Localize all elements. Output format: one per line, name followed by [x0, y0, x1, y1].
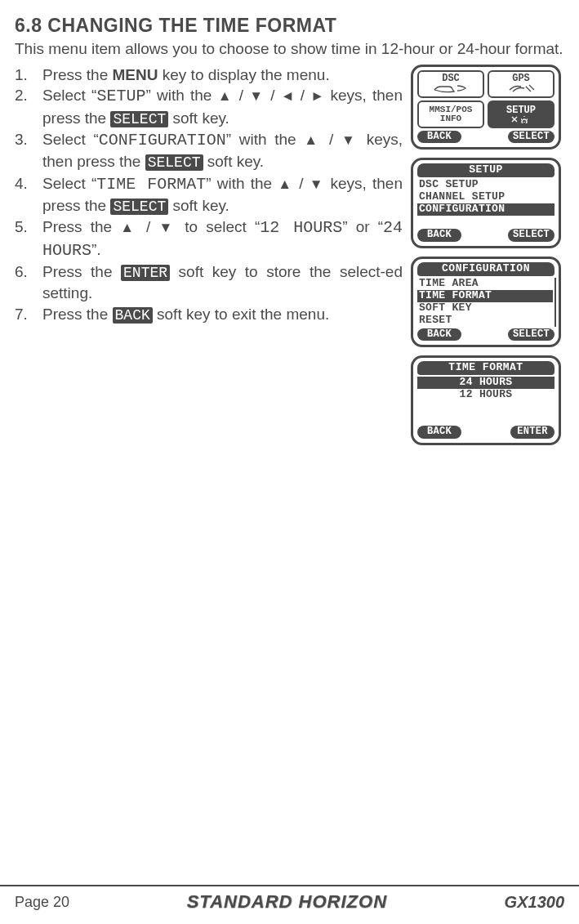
softkey-select: SELECT	[508, 328, 555, 341]
menu-item-reset: RESET	[417, 315, 553, 327]
screen-configuration: CONFIGURATION TIME AREA TIME FORMAT SOFT…	[411, 257, 561, 347]
step: 6.Press the ENTER soft key to store the …	[15, 261, 403, 304]
step: 5.Press the ▲ / ▼ to select “12 HOURS” o…	[15, 216, 403, 261]
tile-dsc: DSC	[417, 70, 484, 98]
softkey-inline: SELECT	[145, 154, 203, 171]
menu-key: MENU	[113, 66, 158, 83]
step-body: Select “SETUP” with the ▲ / ▼ / ◄ / ► ke…	[42, 85, 403, 129]
mono-text: CONFIGURATION	[99, 131, 226, 150]
softkey-inline: SELECT	[110, 199, 168, 215]
screen-title: CONFIGURATION	[417, 262, 555, 276]
step-body: Press the ▲ / ▼ to select “12 HOURS” or …	[42, 216, 403, 261]
menu-item-time-area: TIME AREA	[417, 278, 553, 290]
tile-setup-label: SETUP	[506, 105, 536, 115]
arrow-icon: ▼	[158, 220, 176, 235]
step: 1.Press the MENU key to display the menu…	[15, 65, 403, 86]
softkey-back: BACK	[417, 426, 461, 439]
menu-item-time-format: TIME FORMAT	[417, 290, 553, 302]
screen-time-format: TIME FORMAT 24 HOURS 12 HOURS BACK ENTER	[411, 355, 561, 445]
step-number: 7.	[15, 304, 42, 325]
arrow-icon: ▲	[304, 132, 321, 148]
softkey-back: BACK	[417, 328, 461, 341]
arrow-icon: ▲	[218, 88, 234, 104]
option-12-hours: 12 HOURS	[417, 389, 555, 401]
step-number: 1.	[15, 65, 42, 86]
arrow-icon: ◄	[281, 88, 295, 104]
page-footer: Page 20 STANDARD HORIZON GX1300	[0, 885, 579, 924]
tile-mmsi-line1: MMSI/POS	[430, 105, 473, 114]
step-body: Press the ENTER soft key to store the se…	[42, 261, 403, 304]
softkey-back: BACK	[417, 131, 461, 144]
model-number: GX1300	[505, 893, 564, 912]
intro-text: This menu item allows you to choose to s…	[15, 38, 564, 60]
step-body: Press the MENU key to display the menu.	[42, 65, 403, 86]
page-number: Page 20	[15, 894, 69, 911]
screens-column: DSC GPS MMSI/POS INFO	[411, 65, 564, 445]
step-number: 4.	[15, 173, 42, 217]
arrow-icon: ▲	[278, 176, 293, 192]
screen-main-menu: DSC GPS MMSI/POS INFO	[411, 65, 561, 150]
step-number: 3.	[15, 129, 42, 173]
softkey-inline: BACK	[113, 307, 153, 324]
dsc-ship-icon	[433, 83, 469, 95]
step-number: 6.	[15, 261, 42, 304]
screen-setup: SETUP DSC SETUP CHANNEL SETUP CONFIGURAT…	[411, 158, 561, 248]
tile-gps-label: GPS	[512, 74, 530, 83]
softkey-inline: ENTER	[121, 265, 170, 281]
arrow-icon: ▼	[341, 132, 359, 148]
step-number: 5.	[15, 216, 42, 261]
listbox: TIME AREA TIME FORMAT SOFT KEY RESET	[416, 278, 556, 327]
arrow-icon: ▼	[249, 88, 265, 104]
content-wrap: 1.Press the MENU key to display the menu…	[15, 65, 564, 445]
screen-title: SETUP	[417, 163, 555, 177]
step-body: Press the BACK soft key to exit the menu…	[42, 304, 403, 325]
tile-mmsi-pos-info: MMSI/POS INFO	[417, 100, 484, 128]
mono-text: 12 HOURS	[260, 218, 342, 237]
tile-gps: GPS	[488, 70, 555, 98]
mono-text: SETUP	[96, 87, 145, 105]
menu-item-channel-setup: CHANNEL SETUP	[417, 191, 555, 203]
softkey-select: SELECT	[508, 229, 555, 242]
section-heading: 6.8 CHANGING THE TIME FORMAT	[15, 15, 564, 37]
brand-logo: STANDARD HORIZON	[187, 891, 387, 913]
step: 3.Select “CONFIGURATION” with the ▲ / ▼ …	[15, 129, 403, 173]
mono-text: TIME FORMAT	[96, 175, 206, 194]
arrow-icon: ▼	[310, 176, 325, 192]
tile-setup: SETUP	[488, 100, 555, 128]
screen-title: TIME FORMAT	[417, 361, 555, 375]
step: 7.Press the BACK soft key to exit the me…	[15, 304, 403, 325]
step-body: Select “TIME FORMAT” with the ▲ / ▼ keys…	[42, 173, 403, 217]
menu-item-soft-key: SOFT KEY	[417, 302, 553, 315]
menu-item-configuration: CONFIGURATION	[417, 203, 555, 216]
tile-dsc-label: DSC	[442, 74, 460, 83]
menu-item-dsc-setup: DSC SETUP	[417, 179, 555, 191]
softkey-back: BACK	[417, 229, 461, 242]
softkey-select: SELECT	[508, 131, 555, 144]
gps-satellite-icon	[505, 83, 537, 95]
option-24-hours: 24 HOURS	[417, 377, 555, 389]
mono-text: 24 HOURS	[42, 218, 403, 259]
step-body: Select “CONFIGURATION” with the ▲ / ▼ ke…	[42, 129, 403, 173]
tile-mmsi-line2: INFO	[440, 114, 461, 123]
step: 2.Select “SETUP” with the ▲ / ▼ / ◄ / ► …	[15, 85, 403, 129]
softkey-inline: SELECT	[110, 111, 168, 127]
arrow-icon: ▲	[120, 220, 138, 235]
setup-tools-icon	[510, 115, 532, 123]
steps-list: 1.Press the MENU key to display the menu…	[15, 65, 403, 445]
step-number: 2.	[15, 85, 42, 129]
softkey-enter: ENTER	[510, 426, 555, 439]
step: 4.Select “TIME FORMAT” with the ▲ / ▼ ke…	[15, 173, 403, 217]
arrow-icon: ►	[310, 88, 324, 104]
